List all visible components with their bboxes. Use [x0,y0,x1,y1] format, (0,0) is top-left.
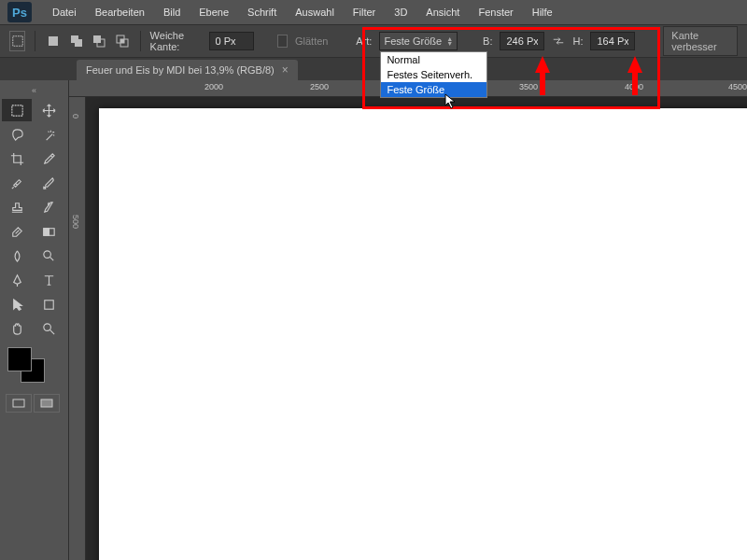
annotation-arrow-icon [535,56,550,73]
menu-type[interactable]: Schrift [238,3,286,21]
foreground-swatch[interactable] [7,347,32,371]
select-intersect-icon[interactable] [115,31,131,51]
antialias-checkbox[interactable] [277,35,288,48]
width-input[interactable] [500,32,544,50]
marquee-tool[interactable] [2,99,32,121]
move-tool[interactable] [34,99,63,121]
ruler-tick-label: 4500 [728,82,747,91]
height-label: H: [572,35,583,47]
svg-rect-1 [49,36,58,46]
antialias-label: Glätten [295,35,328,47]
screen-mode-standard[interactable] [6,394,32,413]
toolbox-collapse-icon[interactable]: « [2,84,66,97]
feather-label: Weiche Kante: [150,30,202,52]
ruler-tick-label: 500 [71,215,80,229]
menu-select[interactable]: Auswahl [286,3,344,21]
svg-rect-11 [43,228,49,235]
screen-mode-full[interactable] [34,394,60,413]
svg-rect-9 [11,105,21,115]
ruler-tick-label: 2500 [310,82,329,91]
svg-rect-3 [75,39,82,47]
menu-filter[interactable]: Filter [344,3,385,21]
hand-tool[interactable] [2,317,32,340]
refine-edge-button[interactable]: Kante verbesser [663,26,738,56]
gradient-tool[interactable] [34,220,63,243]
menu-edit[interactable]: Bearbeiten [86,3,154,21]
style-dropdown: Normal Festes Seitenverh. Feste Größe [380,51,487,98]
svg-rect-13 [44,300,52,308]
menu-help[interactable]: Hilfe [523,3,562,21]
history-brush-tool[interactable] [34,196,63,218]
style-label: Art: [356,35,372,47]
swap-dimensions-icon[interactable] [552,33,565,49]
heal-tool[interactable] [2,172,32,194]
style-option-fixed-size[interactable]: Feste Größe [381,82,486,97]
stamp-tool[interactable] [2,196,32,218]
pen-tool[interactable] [2,269,32,291]
blur-tool[interactable] [2,245,32,267]
menu-layer[interactable]: Ebene [190,3,238,21]
select-subtract-icon[interactable] [92,31,107,51]
menu-file[interactable]: Datei [43,3,86,21]
close-tab-icon[interactable]: × [282,63,289,77]
menu-view[interactable]: Ansicht [416,3,469,21]
annotation-arrow-icon [627,56,642,73]
style-option-normal[interactable]: Normal [381,52,486,67]
svg-rect-16 [41,399,52,407]
svg-rect-8 [120,39,124,43]
svg-point-14 [43,323,50,330]
select-add-icon[interactable] [68,31,84,51]
ruler-tick-label: 0 [71,114,80,119]
document-tab-title: Feuer und Eis by MDI bei 13,9% (RGB/8) [86,64,275,76]
ruler-vertical: 0 500 [69,97,86,560]
active-tool-indicator[interactable] [9,31,25,51]
canvas-viewport[interactable] [86,97,747,560]
zoom-tool[interactable] [34,317,63,340]
style-option-fixed-ratio[interactable]: Festes Seitenverh. [381,67,486,82]
color-swatches[interactable] [2,347,66,385]
magic-wand-tool[interactable] [34,123,63,146]
svg-rect-15 [13,399,24,407]
style-select-value: Feste Größe [384,35,442,47]
style-select[interactable]: Feste Größe ▲▼ Normal Festes Seitenverh.… [379,32,458,50]
crop-tool[interactable] [2,147,32,170]
height-input[interactable] [590,32,635,50]
menu-image[interactable]: Bild [154,3,190,21]
document-tab[interactable]: Feuer und Eis by MDI bei 13,9% (RGB/8) × [77,60,298,80]
document-canvas[interactable] [99,108,747,560]
ruler-tick-label: 2000 [204,82,223,91]
shape-tool[interactable] [34,293,63,315]
app-logo: Ps [7,2,32,22]
ruler-tick-label: 3500 [519,82,538,91]
toolbox: « [0,80,69,560]
brush-tool[interactable] [34,172,63,194]
path-select-tool[interactable] [2,293,32,315]
menu-window[interactable]: Fenster [469,3,522,21]
eyedropper-tool[interactable] [34,147,63,170]
feather-input[interactable] [209,32,254,50]
width-label: B: [483,35,492,47]
dodge-tool[interactable] [34,245,63,267]
svg-rect-0 [12,36,22,47]
menu-3d[interactable]: 3D [385,3,416,21]
eraser-tool[interactable] [2,220,32,243]
type-tool[interactable] [34,269,63,291]
menu-bar: Ps Datei Bearbeiten Bild Ebene Schrift A… [0,0,747,24]
svg-point-12 [43,250,50,258]
options-bar: Weiche Kante: Glätten Art: Feste Größe ▲… [0,24,747,58]
dropdown-arrows-icon: ▲▼ [446,36,453,46]
select-new-icon[interactable] [45,31,61,51]
lasso-tool[interactable] [2,123,32,146]
